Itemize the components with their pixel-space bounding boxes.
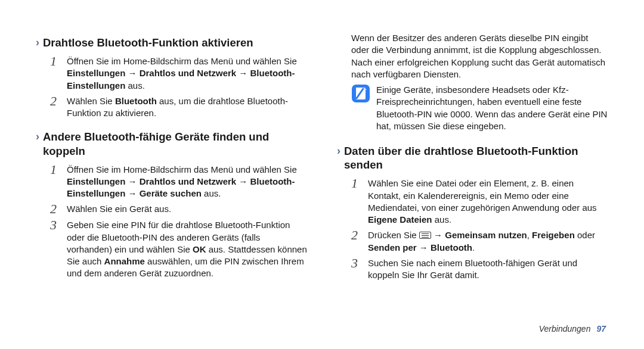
right-column: Wenn der Besitzer des anderen Geräts die… bbox=[337, 32, 608, 325]
footer-page-number: 97 bbox=[596, 324, 606, 334]
section-title: Drahtlose Bluetooth-Funktion aktivieren bbox=[43, 36, 253, 49]
step-number: 2 bbox=[50, 95, 61, 108]
section-heading-send-data: › Daten über die drahtlose Bluetooth-Fun… bbox=[337, 144, 608, 172]
footer-section-label: Verbindungen bbox=[539, 324, 591, 334]
step-number: 3 bbox=[351, 257, 362, 270]
section-heading-activate-bluetooth: › Drahtlose Bluetooth-Funktion aktiviere… bbox=[36, 36, 307, 49]
note-block: Einige Geräte, insbesondere Headsets ode… bbox=[351, 84, 608, 132]
step-item: 1 Öffnen Sie im Home-Bildschirm das Menü… bbox=[50, 164, 307, 200]
step-text: Öffnen Sie im Home-Bildschirm das Menü u… bbox=[67, 55, 307, 92]
step-item: 3 Geben Sie eine PIN für die drahtlose B… bbox=[50, 219, 307, 279]
step-number: 1 bbox=[351, 177, 362, 190]
step-number: 1 bbox=[50, 55, 61, 68]
step-text: Öffnen Sie im Home-Bildschirm das Menü u… bbox=[67, 164, 307, 200]
step-text: Wählen Sie Bluetooth aus, um die drahtlo… bbox=[67, 95, 307, 120]
step-text: Suchen Sie nach einem Bluetooth-fähigen … bbox=[368, 257, 608, 282]
note-icon bbox=[351, 84, 370, 103]
step-item: 2 Drücken Sie → Gemeinsam nutzen, Freige… bbox=[351, 229, 608, 254]
step-continuation-text: Wenn der Besitzer des anderen Geräts die… bbox=[351, 32, 608, 80]
step-item: 1 Öffnen Sie im Home-Bildschirm das Menü… bbox=[50, 55, 307, 92]
step-number: 3 bbox=[50, 219, 61, 232]
step-number: 2 bbox=[351, 229, 362, 242]
section-heading-find-pair: › Andere Bluetooth-fähige Geräte finden … bbox=[36, 130, 307, 157]
step-item: 2 Wählen Sie ein Gerät aus. bbox=[50, 203, 307, 216]
chevron-icon: › bbox=[337, 145, 340, 157]
step-item: 1 Wählen Sie eine Datei oder ein Element… bbox=[351, 177, 608, 226]
left-column: › Drahtlose Bluetooth-Funktion aktiviere… bbox=[36, 32, 307, 325]
chevron-icon: › bbox=[36, 37, 39, 49]
section-title: Andere Bluetooth-fähige Geräte finden un… bbox=[43, 130, 307, 157]
step-item: 3 Suchen Sie nach einem Bluetooth-fähige… bbox=[351, 257, 608, 282]
menu-key-icon bbox=[419, 232, 431, 239]
step-item: 2 Wählen Sie Bluetooth aus, um die draht… bbox=[50, 95, 307, 120]
section-title: Daten über die drahtlose Bluetooth-Funkt… bbox=[344, 144, 608, 172]
step-text: Geben Sie eine PIN für die drahtlose Blu… bbox=[67, 219, 307, 279]
page-footer: Verbindungen 97 bbox=[539, 324, 606, 334]
step-number: 2 bbox=[50, 202, 61, 216]
step-text: Wählen Sie eine Datei oder ein Element, … bbox=[368, 177, 608, 226]
step-text: Drücken Sie → Gemeinsam nutzen, Freigebe… bbox=[368, 229, 608, 254]
step-text: Wählen Sie ein Gerät aus. bbox=[67, 203, 307, 215]
chevron-icon: › bbox=[36, 131, 39, 143]
step-number: 1 bbox=[50, 163, 61, 176]
note-text: Einige Geräte, insbesondere Headsets ode… bbox=[376, 84, 608, 132]
